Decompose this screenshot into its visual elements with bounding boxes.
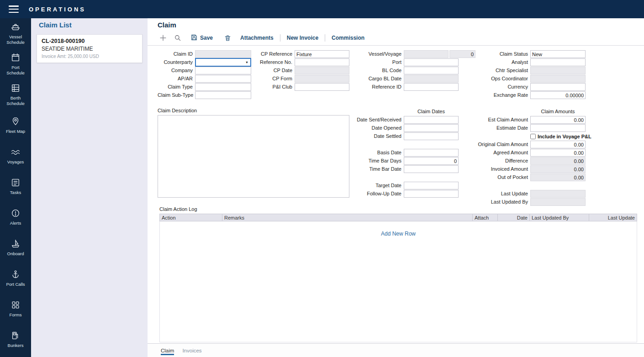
commission-button[interactable]: Commission — [332, 35, 364, 41]
time-bar-date-input[interactable] — [404, 165, 459, 173]
column-header-date[interactable]: Date — [498, 214, 530, 221]
date-sent-received-label: Date Sent/Received — [355, 116, 404, 124]
claim-description-input[interactable] — [158, 115, 349, 198]
port-calls-icon — [11, 269, 21, 279]
reference-id-label: Reference ID — [366, 83, 404, 91]
bl-code-input[interactable] — [404, 67, 459, 74]
claim-dates-section: Claim Dates Date Sent/Received Date Open… — [355, 108, 459, 198]
sidebar-item-onboard[interactable]: Onboard — [0, 232, 31, 263]
claim-status-label: Claim Status — [487, 50, 530, 58]
page-title: Claim — [158, 21, 176, 29]
claim-status-input[interactable] — [530, 50, 586, 58]
bottom-tab-bar: Claim Invoices — [148, 343, 644, 357]
port-input[interactable] — [404, 58, 459, 66]
column-header-action[interactable]: Action — [160, 214, 222, 221]
sidebar-item-alerts[interactable]: Alerts — [0, 202, 31, 232]
column-header-attach[interactable]: Attach — [473, 214, 498, 221]
sidebar-item-label: Onboard — [7, 251, 24, 257]
chevron-down-icon: ▼ — [245, 61, 248, 64]
save-button[interactable]: Save — [190, 34, 213, 42]
analyst-input[interactable] — [530, 58, 586, 66]
sidebar-item-vessel-schedule[interactable]: Vessel Schedule — [0, 18, 31, 49]
out-of-pocket-input — [530, 173, 586, 181]
ap-ar-label: AP/AR — [158, 75, 195, 83]
est-claim-amount-input[interactable] — [530, 116, 586, 124]
basis-date-input[interactable] — [404, 149, 459, 157]
follow-up-date-input[interactable] — [404, 190, 459, 198]
claim-detail-panel: Claim Save Attachments New Invoice Commi… — [148, 18, 644, 357]
toolbar-divider — [280, 34, 280, 42]
sidebar-item-voyages[interactable]: Voyages — [0, 141, 31, 171]
add-new-row-button[interactable]: Add New Row — [160, 221, 637, 237]
include-voyage-pl-checkbox[interactable] — [530, 134, 536, 139]
port-label: Port — [366, 58, 404, 66]
date-opened-input[interactable] — [404, 124, 459, 132]
currency-input[interactable] — [530, 83, 586, 91]
date-opened-label: Date Opened — [355, 124, 404, 132]
sidebar-item-label: Alerts — [10, 220, 21, 226]
sidebar-item-port-calls[interactable]: Port Calls — [0, 263, 31, 294]
invoiced-amount-input — [530, 165, 586, 173]
bunkers-icon — [11, 331, 21, 341]
tasks-icon — [11, 178, 21, 188]
chtr-specialist-label: Chtr Specialist — [487, 67, 530, 74]
sidebar-item-port-schedule[interactable]: Port Schedule — [0, 49, 31, 79]
new-invoice-button[interactable]: New Invoice — [287, 35, 318, 41]
original-claim-amount-input[interactable] — [530, 141, 586, 148]
form-column-2: CP Reference Reference No. CP Date CP Fo… — [257, 50, 349, 91]
claim-list-panel: Claim List CL-2018-000190 SEATIDE MARITI… — [31, 18, 148, 357]
claim-type-input[interactable] — [195, 83, 251, 91]
exchange-rate-input[interactable] — [530, 91, 586, 99]
column-header-last-update[interactable]: Last Update — [589, 214, 637, 221]
counterparty-select[interactable]: ▼ — [195, 58, 251, 67]
claim-type-label: Claim Type — [158, 83, 195, 91]
sidebar-item-berth-schedule[interactable]: Berth Schedule — [0, 79, 31, 110]
vessel-voyage-label: Vessel/Voyage — [366, 50, 404, 58]
menu-icon[interactable] — [9, 5, 19, 13]
date-sent-received-input[interactable] — [404, 116, 459, 124]
pi-club-input[interactable] — [295, 83, 349, 91]
sidebar-item-forms[interactable]: Forms — [0, 294, 31, 324]
estimate-date-input[interactable] — [530, 124, 586, 132]
alerts-icon — [11, 208, 21, 218]
agreed-amount-input[interactable] — [530, 149, 586, 157]
sidebar-item-tasks[interactable]: Tasks — [0, 171, 31, 202]
cp-reference-input[interactable] — [295, 50, 349, 58]
include-voyage-pl-option[interactable]: Include in Voyage P&L — [530, 134, 591, 139]
claim-card-id: CL-2018-000190 — [42, 38, 137, 44]
target-date-input[interactable] — [404, 182, 459, 189]
claim-amounts-heading: Claim Amounts — [530, 108, 586, 116]
time-bar-days-input[interactable] — [404, 157, 459, 165]
ap-ar-input[interactable] — [195, 75, 251, 83]
exchange-rate-label: Exchange Rate — [487, 91, 530, 99]
form-column-1: Claim ID Counterparty ▼ Company AP/AR Cl… — [158, 50, 251, 100]
tab-invoices[interactable]: Invoices — [182, 344, 201, 357]
reference-id-input[interactable] — [404, 83, 459, 91]
sidebar-item-fleet-map[interactable]: Fleet Map — [0, 110, 31, 141]
add-button[interactable] — [158, 32, 169, 43]
toolbar-separator-line — [148, 45, 644, 46]
sidebar-item-label: Fleet Map — [6, 129, 25, 134]
reference-no-input[interactable] — [295, 58, 349, 66]
berth-schedule-icon — [11, 83, 21, 93]
onboard-icon — [11, 239, 21, 249]
basis-date-label: Basis Date — [355, 149, 404, 157]
tab-claim[interactable]: Claim — [161, 344, 174, 357]
column-header-remarks[interactable]: Remarks — [222, 214, 473, 221]
company-input[interactable] — [195, 67, 251, 74]
claim-action-log-heading: Claim Action Log — [159, 206, 197, 212]
date-settled-input[interactable] — [404, 132, 459, 140]
time-bar-days-label: Time Bar Days — [355, 157, 404, 165]
last-update-input — [530, 190, 586, 198]
delete-button[interactable] — [222, 32, 233, 43]
claim-sub-type-input[interactable] — [195, 91, 251, 99]
claim-list-item[interactable]: CL-2018-000190 SEATIDE MARITIME Invoice … — [37, 34, 143, 63]
column-header-last-updated-by[interactable]: Last Updated By — [530, 214, 589, 221]
form-column-4: Claim Status Analyst Chtr Specialist Ops… — [487, 50, 586, 100]
action-log-header: Action Remarks Attach Date Last Updated … — [159, 214, 637, 221]
vessel-schedule-icon — [11, 22, 21, 32]
sidebar-item-label: Berth Schedule — [2, 95, 29, 106]
sidebar-item-bunkers[interactable]: Bunkers — [0, 324, 31, 355]
attachments-button[interactable]: Attachments — [240, 35, 274, 41]
search-button[interactable] — [172, 32, 183, 43]
